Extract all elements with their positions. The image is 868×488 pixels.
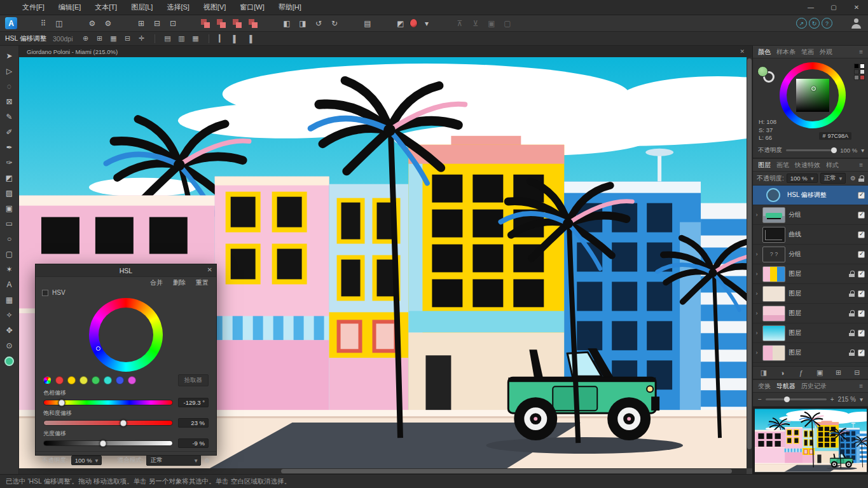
vector-crop-tool[interactable]: ▣ [2, 201, 17, 215]
colour-swatch-0[interactable] [43, 376, 52, 384]
layer-fx-icon[interactable]: ƒ [796, 369, 806, 377]
share-circle-icon[interactable]: ↗ [796, 18, 807, 29]
nav-tab-0[interactable]: 变换 [758, 382, 771, 391]
boolean-subtract-icon[interactable] [215, 17, 229, 30]
mini-swatch-5[interactable] [860, 75, 865, 80]
nav-tab-2[interactable]: 历史记录 [801, 382, 827, 391]
assistant-icon[interactable]: ✛ [135, 33, 148, 44]
expander-icon[interactable]: › [754, 212, 759, 218]
colour-swatch-6[interactable] [116, 376, 124, 384]
panel-menu-icon[interactable] [859, 48, 863, 55]
colour-swatch-1[interactable] [55, 376, 64, 384]
flip-horizontal-icon[interactable]: ◧ [280, 17, 294, 30]
menu-item-4[interactable]: 选择[S] [160, 0, 196, 15]
preferences-gear-icon[interactable]: ⚙ [101, 17, 115, 30]
distribute-center-icon[interactable]: ▌ [230, 33, 242, 44]
align-center-icon[interactable]: ▥ [176, 33, 188, 44]
mini-swatch-2[interactable] [854, 69, 859, 74]
layers-settings-gear-icon[interactable] [850, 175, 856, 182]
document-close-icon[interactable] [740, 48, 745, 55]
distribute-left-icon[interactable]: ▎ [216, 33, 228, 44]
visibility-checkbox[interactable] [858, 349, 865, 356]
crop-tool[interactable]: ⊠ [2, 94, 17, 109]
colour-tab-3[interactable]: 外观 [820, 48, 832, 57]
blend-mode-dropdown[interactable]: 正常 [146, 455, 201, 466]
guides-icon[interactable]: ⊟ [121, 33, 134, 44]
hue-slider-track[interactable] [43, 400, 173, 405]
brush-tool[interactable]: ✐ [2, 125, 17, 139]
hsl-colour-wheel[interactable] [89, 298, 163, 372]
vertical-scroll-thumb[interactable] [747, 58, 752, 449]
snap-manager-icon[interactable]: ⊞ [134, 17, 148, 30]
hsl-dialog-close-icon[interactable] [207, 266, 212, 273]
menu-item-1[interactable]: 编辑[E] [52, 0, 88, 15]
slider-thumb[interactable] [120, 419, 127, 426]
saturation-slider-value[interactable]: 23 % [178, 418, 209, 428]
layer-row[interactable]: ›图层 [753, 343, 868, 363]
hex-value-field[interactable]: # 97C98A [819, 132, 851, 140]
colour-opacity-value[interactable]: 100 % [840, 147, 857, 154]
account-icon[interactable] [849, 17, 863, 30]
fill-swatch-icon[interactable] [410, 19, 418, 27]
export-persona-icon[interactable]: ◫ [52, 17, 66, 30]
adjustment-layer-icon[interactable]: ◑ [777, 369, 787, 377]
colour-swatch-4[interactable] [92, 376, 100, 384]
expander-icon[interactable]: › [754, 290, 759, 297]
expander-icon[interactable]: › [754, 349, 759, 356]
fill-tool[interactable]: ◩ [2, 170, 17, 185]
layer-row[interactable]: ›图层 [753, 304, 868, 323]
pen-tool[interactable]: ✒ [2, 140, 17, 154]
colour-opacity-slider[interactable] [786, 149, 836, 151]
layer-row[interactable]: 曲线 [753, 225, 868, 245]
colour-tab-0[interactable]: 颜色 [758, 48, 771, 57]
enable-snapping-icon[interactable]: ⊞ [93, 33, 106, 44]
colour-swatch-2[interactable] [67, 376, 76, 384]
zoom-slider[interactable] [766, 398, 827, 400]
hsl-action-1[interactable]: 删除 [173, 278, 186, 287]
rotate-cw-icon[interactable]: ↻ [327, 17, 341, 30]
pixel-tool[interactable]: ▦ [2, 292, 17, 307]
slider-thumb[interactable] [99, 440, 106, 447]
expander-icon[interactable]: › [754, 330, 759, 336]
transform-origin-icon[interactable]: ⊕ [79, 33, 92, 44]
snap-candidates-icon[interactable]: ⊟ [150, 17, 164, 30]
zoom-in-icon[interactable] [830, 396, 834, 403]
mini-swatch-4[interactable] [854, 75, 859, 80]
visibility-checkbox[interactable] [858, 192, 865, 199]
mask-layer-icon[interactable]: ◨ [759, 369, 769, 377]
group-icon[interactable]: ▣ [485, 17, 499, 30]
designer-persona-icon[interactable]: ⠿ [36, 17, 50, 30]
pixel-grid-icon[interactable]: ▦ [107, 33, 120, 44]
layers-tab-0[interactable]: 图层 [758, 161, 771, 170]
snap-grid-icon[interactable]: ⊡ [166, 17, 180, 30]
layer-row[interactable]: ›分组 [753, 205, 868, 225]
hue-slider-value[interactable]: -129.3 ° [178, 398, 209, 407]
boolean-divide-icon[interactable] [247, 17, 261, 30]
mini-swatch-0[interactable] [854, 64, 859, 69]
help-circle-icon[interactable]: ? [822, 18, 832, 29]
visibility-checkbox[interactable] [858, 212, 865, 219]
canvas-area[interactable]: Giordano Poloni - Miami (215.0%) HSL 合并删… [19, 46, 752, 474]
panel-menu-icon[interactable] [859, 161, 863, 168]
visibility-checkbox[interactable] [858, 290, 865, 297]
shape-tool[interactable]: ✶ [2, 262, 17, 276]
visibility-checkbox[interactable] [858, 271, 865, 278]
rounded-rectangle-tool[interactable]: ▢ [2, 247, 17, 261]
node-brush-tool[interactable]: ✑ [2, 155, 17, 170]
layers-blend-dropdown[interactable]: 正常 [820, 173, 846, 184]
layer-row[interactable]: ›图层 [753, 264, 868, 284]
order-back-icon[interactable]: ⊻ [469, 17, 483, 30]
contour-tool[interactable]: ◌ [2, 79, 17, 93]
gear-icon[interactable] [204, 457, 210, 464]
layers-tab-2[interactable]: 快速特效 [795, 161, 820, 170]
luminosity-slider-value[interactable]: -9 % [178, 438, 209, 448]
text-tool[interactable]: A [2, 277, 17, 292]
navigator-thumbnail-image[interactable] [755, 409, 867, 472]
zoom-value[interactable]: 215 % [838, 396, 856, 403]
add-layer-icon[interactable]: ⊞ [834, 369, 844, 377]
swatch-caret-icon[interactable]: ▾ [420, 17, 434, 30]
expander-icon[interactable]: › [754, 251, 759, 257]
document-setup-gear-icon[interactable]: ⚙ [85, 17, 99, 30]
visibility-checkbox[interactable] [858, 310, 865, 317]
remove-layer-icon[interactable]: ⊟ [852, 369, 862, 377]
